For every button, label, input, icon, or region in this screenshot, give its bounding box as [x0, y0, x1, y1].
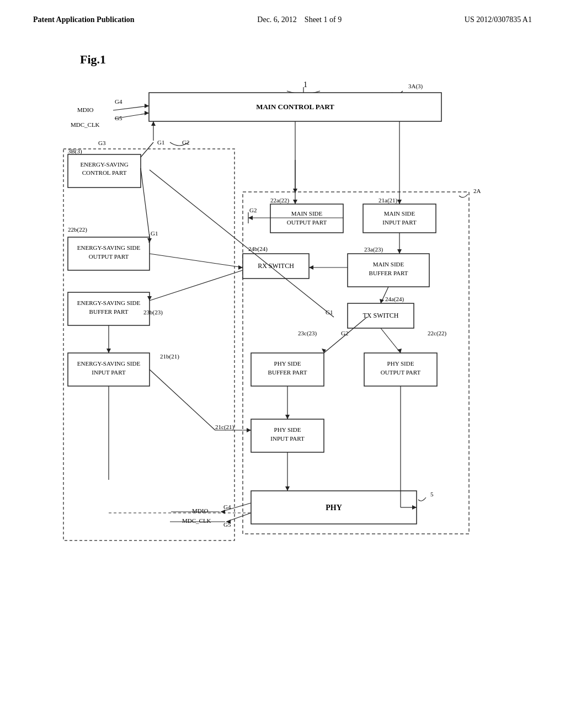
svg-marker-63 — [238, 265, 243, 270]
svg-marker-124 — [247, 428, 251, 432]
svg-marker-108 — [285, 486, 290, 491]
svg-text:G1: G1 — [326, 309, 333, 315]
svg-marker-38 — [397, 200, 402, 204]
svg-text:G2: G2 — [182, 139, 189, 146]
svg-line-94 — [324, 317, 367, 353]
diagram-container: 1 3A(3) MAIN CONTROL PART G4 MDIO G5 MDC… — [33, 72, 530, 700]
svg-text:PHY: PHY — [326, 504, 342, 512]
svg-marker-75 — [380, 299, 384, 303]
svg-line-117 — [226, 513, 251, 522]
svg-text:3B(3): 3B(3) — [68, 148, 82, 155]
svg-line-47 — [141, 168, 150, 237]
svg-line-45 — [149, 234, 150, 243]
svg-text:21b(21): 21b(21) — [160, 353, 179, 360]
svg-text:G1: G1 — [151, 230, 158, 237]
svg-marker-24 — [293, 189, 297, 193]
svg-rect-103 — [63, 149, 234, 540]
svg-line-113 — [221, 503, 251, 512]
svg-text:22a(22): 22a(22) — [270, 197, 290, 204]
svg-text:2A: 2A — [473, 188, 481, 194]
header-patent-number: US 2012/0307835 A1 — [465, 15, 532, 24]
svg-text:ENERGY-SAVING: ENERGY-SAVING — [80, 161, 128, 168]
svg-line-62 — [150, 254, 243, 267]
svg-text:OUTPUT PART: OUTPUT PART — [89, 253, 129, 260]
svg-line-74 — [381, 287, 388, 303]
svg-text:MDIO: MDIO — [77, 106, 93, 113]
svg-text:INPUT PART: INPUT PART — [270, 435, 305, 442]
svg-rect-89 — [364, 353, 437, 386]
svg-marker-85 — [106, 349, 111, 353]
svg-text:G3: G3 — [98, 140, 106, 146]
svg-marker-95 — [322, 349, 326, 353]
svg-marker-49 — [248, 216, 253, 220]
svg-rect-70 — [348, 303, 414, 328]
svg-rect-96 — [251, 419, 324, 452]
svg-text:ENERGY-SAVING  SIDE: ENERGY-SAVING SIDE — [77, 244, 141, 251]
svg-text:24a(24): 24a(24) — [385, 296, 404, 303]
svg-text:BUFFER PART: BUFFER PART — [268, 369, 307, 376]
svg-line-68 — [150, 270, 243, 301]
svg-marker-36 — [293, 200, 297, 204]
svg-marker-69 — [147, 296, 152, 301]
svg-rect-104 — [251, 491, 417, 524]
svg-line-125 — [150, 370, 215, 430]
svg-text:21a(21): 21a(21) — [379, 197, 398, 204]
svg-marker-111 — [412, 505, 417, 510]
svg-text:OUTPUT PART: OUTPUT PART — [381, 369, 421, 376]
svg-line-11 — [115, 113, 149, 119]
svg-text:MDC_CLK: MDC_CLK — [182, 517, 211, 524]
svg-text:22b(22): 22b(22) — [68, 226, 87, 233]
svg-text:TX SWITCH: TX SWITCH — [363, 312, 399, 319]
svg-line-7 — [113, 106, 149, 110]
svg-marker-46 — [147, 238, 152, 243]
svg-text:21c(21): 21c(21) — [215, 424, 234, 431]
svg-line-92 — [381, 328, 401, 353]
svg-line-76 — [150, 170, 334, 317]
svg-text:1: 1 — [303, 81, 307, 89]
svg-marker-114 — [221, 510, 225, 514]
svg-marker-8 — [145, 104, 149, 108]
svg-text:MAIN SIDE: MAIN SIDE — [373, 261, 404, 267]
svg-text:G2: G2 — [249, 207, 257, 213]
svg-text:23b(23): 23b(23) — [143, 309, 163, 316]
svg-text:MAIN SIDE: MAIN SIDE — [291, 210, 323, 217]
figure-label: Fig.1 — [80, 52, 106, 67]
svg-rect-26 — [243, 192, 469, 534]
svg-rect-51 — [243, 254, 309, 279]
svg-rect-54 — [348, 254, 429, 287]
svg-rect-80 — [68, 353, 150, 386]
svg-text:G1: G1 — [157, 139, 164, 146]
svg-rect-64 — [68, 292, 150, 325]
svg-text:22c(22): 22c(22) — [428, 330, 447, 337]
svg-text:3A(3): 3A(3) — [408, 83, 423, 90]
svg-marker-101 — [285, 415, 290, 419]
svg-marker-118 — [226, 520, 231, 524]
svg-text:MDIO: MDIO — [192, 507, 208, 514]
svg-text:G4: G4 — [223, 504, 231, 510]
svg-text:INPUT PART: INPUT PART — [92, 369, 126, 376]
svg-text:MAIN SIDE: MAIN SIDE — [384, 210, 415, 217]
svg-marker-20 — [151, 121, 156, 126]
svg-text:MAIN CONTROL PART: MAIN CONTROL PART — [256, 103, 334, 111]
svg-marker-59 — [397, 249, 402, 254]
svg-text:OUTPUT PART: OUTPUT PART — [287, 219, 327, 226]
svg-text:23a(23): 23a(23) — [364, 246, 383, 253]
svg-rect-86 — [251, 353, 324, 386]
svg-marker-12 — [145, 111, 149, 115]
svg-text:5: 5 — [430, 491, 434, 497]
svg-text:RX SWITCH: RX SWITCH — [258, 262, 294, 270]
svg-text:G5: G5 — [223, 521, 231, 528]
header-date-sheet: Dec. 6, 2012 Sheet 1 of 9 — [257, 15, 342, 24]
svg-marker-93 — [397, 349, 402, 353]
svg-text:PHY SIDE: PHY SIDE — [274, 426, 301, 433]
svg-marker-61 — [309, 265, 313, 270]
svg-text:BUFFER PART: BUFFER PART — [89, 308, 129, 315]
svg-text:BUFFER PART: BUFFER PART — [369, 270, 408, 276]
svg-rect-15 — [68, 154, 141, 188]
svg-text:CONTROL PART: CONTROL PART — [82, 169, 127, 176]
header-publication: Patent Application Publication — [33, 15, 135, 24]
svg-text:ENERGY-SAVING  SIDE: ENERGY-SAVING SIDE — [77, 299, 141, 306]
svg-text:PHY SIDE: PHY SIDE — [387, 360, 414, 367]
svg-text:G4: G4 — [115, 98, 122, 105]
svg-text:G2: G2 — [341, 330, 348, 336]
